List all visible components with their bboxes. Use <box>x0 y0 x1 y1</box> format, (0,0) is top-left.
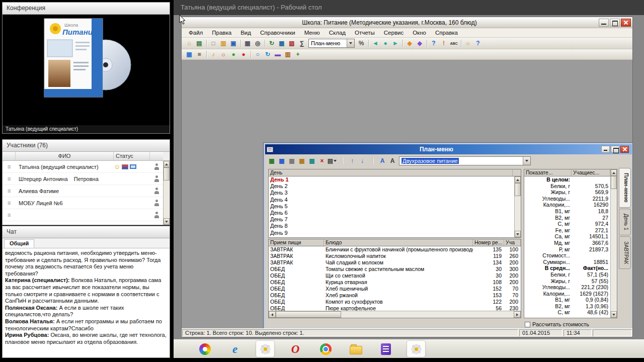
stats-row[interactable]: Углеводы... 2211,9 <box>524 196 610 202</box>
day-row[interactable]: День 4 <box>269 197 514 203</box>
day-row[interactable]: День 2 <box>269 183 514 190</box>
lock-icon[interactable]: ■ <box>194 50 204 59</box>
refresh-icon[interactable]: ↻ <box>267 39 277 48</box>
drag-handle-icon[interactable] <box>3 175 16 183</box>
chrome-icon[interactable] <box>316 341 335 357</box>
new-doc-icon[interactable]: □ <box>208 39 218 48</box>
menu-item[interactable]: Меню <box>300 30 325 36</box>
back-icon[interactable]: ◄ <box>370 39 380 48</box>
participant-row[interactable]: Штерцер Антонина Петровна <box>3 173 163 185</box>
menu-item[interactable]: Склад <box>325 30 350 36</box>
table-row[interactable]: ОБЕД Курица отварная 108 200 <box>269 279 521 286</box>
clock-icon[interactable]: ○ <box>253 50 263 59</box>
add-icon[interactable]: + <box>293 50 303 59</box>
day-row[interactable]: День 3 <box>269 190 514 196</box>
percent-icon[interactable]: % <box>356 39 366 48</box>
drag-handle-icon[interactable] <box>3 212 16 219</box>
day-row[interactable]: День 1 <box>269 176 514 183</box>
about-icon[interactable]: ? <box>473 39 483 48</box>
side-tab[interactable]: День 1 <box>619 209 631 235</box>
scroll-up-icon[interactable] <box>611 169 617 176</box>
drag-handle-icon[interactable] <box>3 188 16 195</box>
stats-row[interactable]: Калории,... 16290 <box>524 202 610 208</box>
stats-row[interactable]: Белки, г 57,1 (54) <box>524 272 610 278</box>
package2-icon[interactable]: ◆ <box>415 39 425 48</box>
scroll-up-icon[interactable] <box>515 176 521 183</box>
side-tab[interactable]: ЗАВТРАК <box>619 236 631 269</box>
chart-icon[interactable]: ▨ <box>287 39 297 48</box>
help-icon[interactable]: ? <box>429 39 439 48</box>
scroll-thumb[interactable] <box>164 167 170 180</box>
menu-item[interactable]: Вид <box>236 30 256 36</box>
participant-row[interactable]: Татьяна (ведущий специалист) <box>3 161 163 173</box>
table-row[interactable]: ЗАВТРАК Блинчики с фруктовой начинкой (п… <box>269 246 521 253</box>
scroll-down-icon[interactable] <box>611 311 617 318</box>
folders-icon[interactable]: ▤ <box>194 39 204 48</box>
spellcheck-icon[interactable]: ABC <box>449 39 459 48</box>
services-icon[interactable]: ☼ <box>218 50 228 59</box>
preview-icon[interactable]: ◎ <box>253 39 263 48</box>
table-row[interactable]: ОБЕД Пюре картофельное 56 230 <box>269 305 521 311</box>
separator[interactable] <box>238 39 243 48</box>
separator[interactable] <box>204 39 208 48</box>
separator[interactable] <box>400 39 405 48</box>
stats-row[interactable]: Fe, мг 272,1 <box>524 227 610 234</box>
menu-item[interactable]: Справка <box>431 30 462 36</box>
scroll-thumb[interactable] <box>276 311 341 318</box>
chat-tab-general[interactable]: Общий <box>4 239 34 248</box>
row-move-icon[interactable]: ▦ <box>297 156 307 165</box>
separator[interactable] <box>367 156 377 165</box>
move-up-icon[interactable]: ↑ <box>347 156 357 165</box>
font-a-icon[interactable]: A <box>377 156 387 165</box>
menu-item[interactable]: Сервис <box>379 30 408 36</box>
row-copy-icon[interactable]: ▦ <box>287 156 297 165</box>
stats-row[interactable]: Стоимост... <box>524 252 610 259</box>
table-row[interactable]: ОБЕД Компот из сухофруктов 122 200 <box>269 299 521 305</box>
separator[interactable] <box>263 39 267 48</box>
stats-row[interactable]: С, мг 972,4 <box>524 221 610 227</box>
scroll-down-icon[interactable] <box>515 231 521 237</box>
scroll-left-icon[interactable] <box>269 311 276 318</box>
scroll-right-icon[interactable] <box>514 311 521 318</box>
stats-row[interactable]: Белки, г 570,5 <box>524 183 610 190</box>
drag-handle-icon[interactable] <box>3 200 16 207</box>
graph-icon[interactable]: ▬ <box>273 50 283 59</box>
stats-row[interactable]: Суммарн... 18851 <box>524 259 610 265</box>
home-icon[interactable]: ⌂ <box>184 39 194 48</box>
participant-row[interactable]: МОБУ Лицей №6 <box>3 197 163 209</box>
plan-combo[interactable]: План-меню <box>308 39 355 48</box>
hint-icon[interactable]: ! <box>439 39 449 48</box>
table-row[interactable]: ЗАВТРАК Кисломолочный напиток 119 260 <box>269 253 521 259</box>
table-row[interactable]: ЗАВТРАК Чай сладкий с молоком 134 200 <box>269 259 521 266</box>
forward-icon[interactable]: ► <box>390 39 400 48</box>
stats-row[interactable]: В2, мг 1,3 (0,96) <box>524 303 610 310</box>
globe-icon[interactable]: ● <box>380 39 390 48</box>
stats-row[interactable]: В средн... Факт(но... <box>524 265 610 272</box>
ration-combo[interactable]: Двухразовое питание <box>399 156 531 165</box>
explorer-icon[interactable] <box>347 341 365 357</box>
app-titlebar[interactable]: Школа: Питание (Методические указания, г… <box>182 17 632 28</box>
day-row[interactable]: День 6 <box>269 210 514 216</box>
stats-row[interactable]: Жиры, г 569,9 <box>524 189 610 196</box>
checkbox-box[interactable] <box>525 322 530 327</box>
helper-icon[interactable] <box>407 341 425 357</box>
close-button[interactable] <box>621 19 631 27</box>
scroll-thumb[interactable] <box>611 176 617 189</box>
bell-icon[interactable]: ♪ <box>208 50 218 59</box>
separator[interactable] <box>204 50 208 59</box>
day-row[interactable]: День 10 <box>269 236 514 237</box>
minimize-button[interactable] <box>599 19 609 27</box>
participant-row[interactable]: Алиева Фатиме <box>3 185 163 197</box>
stats-scrollbar[interactable] <box>610 169 617 318</box>
separator[interactable] <box>459 39 463 48</box>
day-row[interactable]: День 7 <box>269 216 514 223</box>
table-row[interactable]: ОБЕД Хлеб ржаной 153 70 <box>269 292 521 299</box>
journal-icon[interactable] <box>377 341 395 357</box>
paint-icon[interactable] <box>196 341 214 357</box>
stats-row[interactable]: Р, мг 21897,3 <box>524 246 610 253</box>
stats-row[interactable]: Са, мг 14501,1 <box>524 233 610 240</box>
side-tab[interactable]: План-меню <box>619 168 631 208</box>
print-icon[interactable]: ▦ <box>243 39 253 48</box>
menu-item[interactable]: Правка <box>207 30 236 36</box>
opera-icon[interactable]: O <box>286 341 304 357</box>
